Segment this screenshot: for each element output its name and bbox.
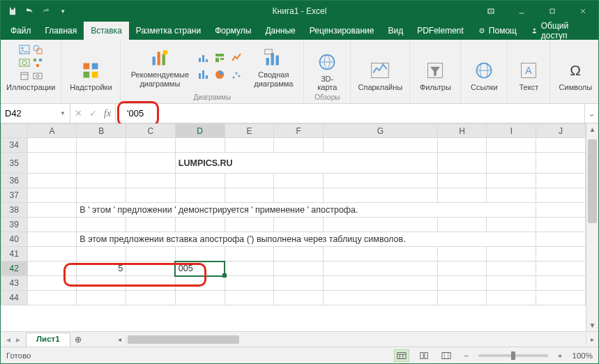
tab-data[interactable]: Данные — [258, 22, 302, 40]
tab-view[interactable]: Вид — [381, 22, 410, 40]
screenshot-icon[interactable] — [32, 70, 43, 82]
cell-watermark[interactable]: LUMPICS.RU — [175, 153, 437, 174]
tab-formulas[interactable]: Формулы — [208, 22, 258, 40]
zoom-slider[interactable] — [478, 354, 548, 357]
row-43[interactable]: 43 — [1, 276, 28, 291]
cell-sentence2[interactable]: В этом предложении вставка апострофа (')… — [77, 232, 536, 247]
3d-map-button[interactable]: 3D- карта — [310, 51, 344, 92]
tab-file[interactable]: Файл — [3, 22, 38, 40]
illustrations-buttons[interactable] — [19, 44, 43, 82]
tab-insert[interactable]: Вставка — [84, 22, 129, 40]
col-F[interactable]: F — [274, 124, 324, 138]
pivot-chart-button[interactable]: Сводная диаграмма — [249, 47, 298, 88]
redo-icon[interactable] — [40, 5, 52, 17]
scroll-right-icon[interactable]: ▸ — [586, 335, 598, 343]
normal-view-button[interactable] — [394, 349, 409, 362]
minimize-icon[interactable] — [506, 1, 537, 22]
row-37[interactable]: 37 — [1, 188, 28, 203]
cell-sentence1[interactable]: В ' этом ' предложении ' демонстрируется… — [77, 203, 536, 218]
scatter-chart-icon[interactable] — [231, 69, 242, 80]
maximize-icon[interactable] — [537, 1, 568, 22]
save-icon[interactable] — [6, 5, 19, 17]
horizontal-scrollbar[interactable]: ◂ ▸ — [114, 332, 598, 347]
col-H[interactable]: H — [437, 124, 487, 138]
text-button[interactable]: A Текст — [513, 59, 544, 92]
row-44[interactable]: 44 — [1, 291, 28, 305]
worksheet-grid[interactable]: A B C D E F G H I J 34 35LUMPICS.RU — [1, 123, 586, 331]
col-D[interactable]: D — [175, 124, 225, 138]
col-I[interactable]: I — [487, 124, 536, 138]
links-button[interactable]: Ссылки — [467, 59, 501, 92]
share-button[interactable]: Общий доступ — [524, 22, 598, 40]
recommended-charts-button[interactable]: Рекомендуемые диаграммы — [126, 47, 193, 88]
row-38[interactable]: 38 — [1, 203, 28, 218]
chart-type-buttons[interactable] — [197, 52, 245, 83]
cell-B42[interactable]: 5 — [77, 261, 126, 276]
zoom-thumb[interactable] — [511, 351, 515, 360]
page-layout-view-button[interactable] — [416, 349, 432, 362]
col-B[interactable]: B — [77, 124, 126, 138]
cell-D42[interactable]: 005 — [175, 261, 225, 276]
sheet-table[interactable]: A B C D E F G H I J 34 35LUMPICS.RU — [1, 123, 586, 305]
tab-pdfelement[interactable]: PDFelement — [410, 22, 471, 40]
shapes-icon[interactable] — [32, 44, 43, 55]
undo-icon[interactable] — [23, 5, 36, 17]
cancel-formula-icon[interactable]: ✕ — [75, 108, 82, 119]
smartart-icon[interactable] — [32, 57, 43, 68]
vertical-scrollbar[interactable]: ▲ ▼ — [586, 123, 598, 331]
close-icon[interactable] — [568, 1, 598, 22]
row-40[interactable]: 40 — [1, 232, 28, 247]
hierarchy-chart-icon[interactable] — [214, 52, 225, 63]
zoom-level[interactable]: 100% — [573, 351, 593, 360]
hscroll-thumb[interactable] — [128, 335, 239, 344]
symbols-button[interactable]: Ω Символы — [556, 59, 595, 92]
online-pictures-icon[interactable] — [19, 57, 30, 68]
col-E[interactable]: E — [225, 124, 274, 138]
row-42[interactable]: 42 — [1, 261, 28, 276]
scroll-thumb[interactable] — [588, 139, 597, 223]
pie-chart-icon[interactable] — [214, 69, 225, 80]
zoom-in-button[interactable]: + — [555, 351, 566, 360]
column-chart-icon[interactable] — [197, 52, 208, 63]
filters-button[interactable]: Фильтры — [416, 59, 455, 92]
column-headers[interactable]: A B C D E F G H I J — [1, 124, 586, 138]
chevron-down-icon[interactable]: ▼ — [60, 110, 66, 116]
zoom-out-button[interactable]: − — [461, 351, 471, 360]
icons-icon[interactable] — [19, 70, 30, 82]
row-39[interactable]: 39 — [1, 218, 28, 232]
select-all-corner[interactable] — [1, 124, 28, 138]
page-break-view-button[interactable] — [439, 349, 454, 362]
sheet-nav[interactable]: ◂▸ — [1, 332, 26, 347]
row-35[interactable]: 35 — [1, 153, 28, 174]
col-A[interactable]: A — [27, 124, 77, 138]
sparklines-button[interactable]: Спарклайны — [356, 59, 404, 92]
formula-input[interactable]: '005 — [116, 104, 584, 123]
col-C[interactable]: C — [126, 124, 176, 138]
line-chart-icon[interactable] — [231, 52, 242, 63]
stat-chart-icon[interactable] — [197, 69, 208, 80]
tab-layout[interactable]: Разметка страни — [129, 22, 208, 40]
scroll-down-icon[interactable]: ▼ — [586, 319, 598, 331]
name-box[interactable]: D42 ▼ — [1, 104, 70, 123]
row-41[interactable]: 41 — [1, 247, 28, 261]
sheet-prev-icon[interactable]: ◂ — [6, 335, 10, 344]
fx-icon[interactable]: fx — [104, 108, 111, 119]
expand-formula-bar-icon[interactable]: ⌄ — [584, 104, 598, 123]
tab-review[interactable]: Рецензирование — [303, 22, 381, 40]
accept-formula-icon[interactable]: ✓ — [89, 108, 97, 119]
sheet-tab-1[interactable]: Лист1 — [26, 333, 70, 347]
col-J[interactable]: J — [536, 124, 586, 138]
scroll-left-icon[interactable]: ◂ — [114, 335, 126, 343]
ribbon-display-icon[interactable] — [476, 1, 506, 22]
qat-customize-icon[interactable]: ▾ — [56, 5, 69, 17]
row-34[interactable]: 34 — [1, 138, 28, 153]
addins-button[interactable]: Надстройки — [67, 59, 114, 92]
tell-me[interactable]: Помощ — [471, 22, 524, 40]
sheet-next-icon[interactable]: ▸ — [16, 335, 20, 344]
col-G[interactable]: G — [324, 124, 438, 138]
illustrations-button[interactable]: Иллюстрации — [6, 83, 55, 92]
add-sheet-button[interactable]: ⊕ — [70, 332, 86, 347]
tab-home[interactable]: Главная — [38, 22, 84, 40]
pictures-icon[interactable] — [19, 44, 30, 55]
row-36[interactable]: 36 — [1, 174, 28, 188]
